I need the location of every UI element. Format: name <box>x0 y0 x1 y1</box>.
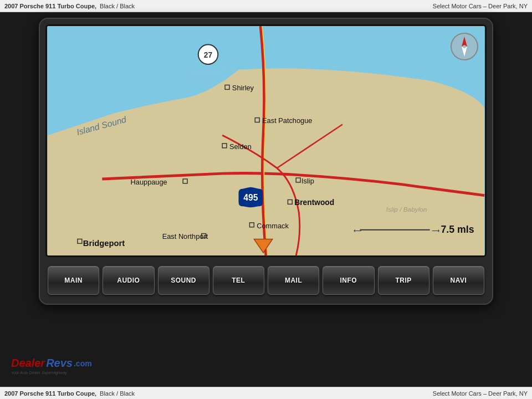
svg-text:Islip / Babylon: Islip / Babylon <box>386 206 427 213</box>
top-bar-separator: / <box>116 3 118 9</box>
top-bar: 2007 Porsche 911 Turbo Coupe, Black / Bl… <box>0 0 532 12</box>
bottom-bar-title: 2007 Porsche 911 Turbo Coupe, <box>4 390 96 397</box>
nav-button-sound[interactable]: SOUND <box>158 266 209 295</box>
nav-unit: 495 Shirley East Patchogue Selden Hauppa… <box>39 18 493 305</box>
svg-text:⟶: ⟶ <box>432 228 439 234</box>
watermark-logo2: Revs <box>46 357 73 370</box>
top-bar-colors: Black / Black <box>100 3 135 9</box>
top-bar-dealer: Select Motor Cars – Deer Park, NY <box>433 3 528 9</box>
nav-button-main[interactable]: MAIN <box>48 266 99 295</box>
svg-text:27: 27 <box>204 51 213 59</box>
svg-text:Shirley: Shirley <box>232 84 254 92</box>
bottom-bar: 2007 Porsche 911 Turbo Coupe, Black / Bl… <box>0 387 532 399</box>
watermark: DealerRevs.com Your Auto Dealer SuperHig… <box>11 349 78 382</box>
nav-button-trip[interactable]: TRIP <box>378 266 429 295</box>
bottom-bar-colors: Black / Black <box>100 390 135 397</box>
button-panel: MAINAUDIOSOUNDTELMAILINFOTRIPNAVI <box>45 263 487 298</box>
svg-text:7.5 mls: 7.5 mls <box>441 224 474 235</box>
nav-button-info[interactable]: INFO <box>323 266 374 295</box>
svg-text:⟵: ⟵ <box>354 228 361 234</box>
watermark-logo: Dealer <box>11 357 45 370</box>
bottom-bar-color1: Black <box>100 390 115 397</box>
bottom-bar-sep: / <box>116 390 118 397</box>
svg-text:Selden: Selden <box>229 142 252 151</box>
svg-marker-31 <box>462 47 467 57</box>
bottom-bar-dealer: Select Motor Cars – Deer Park, NY <box>433 390 528 397</box>
nav-button-navi[interactable]: NAVI <box>433 266 484 295</box>
map-svg: 495 Shirley East Patchogue Selden Hauppa… <box>47 26 485 255</box>
svg-text:Commack: Commack <box>257 222 289 230</box>
top-bar-title: 2007 Porsche 911 Turbo Coupe, <box>4 3 96 9</box>
watermark-badge: DealerRevs.com <box>11 357 92 370</box>
bottom-bar-color2: Black <box>120 390 135 397</box>
svg-marker-30 <box>462 37 467 47</box>
svg-text:East Patchogue: East Patchogue <box>262 116 312 125</box>
top-bar-color1: Black <box>100 3 115 9</box>
main-content: 495 Shirley East Patchogue Selden Hauppa… <box>0 12 532 387</box>
nav-button-audio[interactable]: AUDIO <box>103 266 154 295</box>
svg-text:Hauppauge: Hauppauge <box>131 178 167 186</box>
top-bar-color2: Black <box>120 3 135 9</box>
compass <box>451 33 478 60</box>
map-screen: 495 Shirley East Patchogue Selden Hauppa… <box>45 24 487 257</box>
svg-text:East Northport: East Northport <box>162 232 208 241</box>
watermark-sub: Your Auto Dealer SuperHighway <box>11 371 67 375</box>
svg-text:495: 495 <box>243 193 258 202</box>
nav-button-tel[interactable]: TEL <box>213 266 264 295</box>
svg-text:Islip: Islip <box>301 177 314 185</box>
nav-button-mail[interactable]: MAIL <box>268 266 319 295</box>
svg-text:Bridgeport: Bridgeport <box>83 239 125 248</box>
svg-text:Brentwood: Brentwood <box>294 198 334 207</box>
